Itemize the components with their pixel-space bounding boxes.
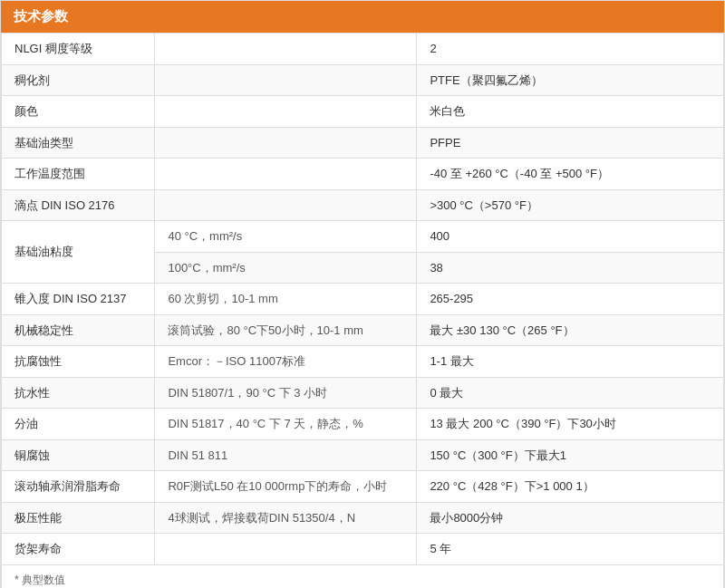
- spec-value: 265-295: [417, 284, 724, 315]
- spec-detail: 60 次剪切，10-1 mm: [155, 284, 417, 315]
- table-row: NLGI 稠度等级2: [2, 34, 724, 65]
- table-row: 抗水性DIN 51807/1，90 °C 下 3 小时0 最大: [2, 377, 724, 409]
- table-row: 分油DIN 51817，40 °C 下 7 天，静态，%13 最大 200 °C…: [2, 409, 724, 440]
- spec-value: PFPE: [417, 127, 724, 159]
- spec-value: 最大 ±30 130 °C（265 °F）: [417, 314, 724, 346]
- spec-value: 400: [417, 221, 724, 253]
- spec-value: 150 °C（300 °F）下最大1: [417, 439, 724, 471]
- spec-detail: DIN 51817，40 °C 下 7 天，静态，%: [155, 409, 417, 440]
- table-row: 工作温度范围-40 至 +260 °C（-40 至 +500 °F）: [2, 159, 724, 190]
- footer-text: * 典型数值: [2, 564, 724, 588]
- spec-label: 机械稳定性: [2, 314, 155, 346]
- spec-label: 锥入度 DIN ISO 2137: [2, 284, 155, 315]
- header-title: 技术参数: [14, 8, 68, 24]
- table-row: 货架寿命5 年: [2, 534, 724, 565]
- spec-detail: DIN 51807/1，90 °C 下 3 小时: [155, 377, 417, 409]
- spec-label: 滴点 DIN ISO 2176: [2, 189, 155, 221]
- spec-detail: [155, 159, 417, 190]
- spec-label: 滚动轴承润滑脂寿命: [2, 471, 155, 503]
- spec-detail: [155, 34, 417, 65]
- spec-value: 0 最大: [417, 377, 724, 409]
- table-row: 颜色米白色: [2, 96, 724, 128]
- tech-specs-container: 技术参数 NLGI 稠度等级2稠化剂PTFE（聚四氟乙烯）颜色米白色基础油类型P…: [0, 0, 725, 588]
- table-row: 滴点 DIN ISO 2176>300 °C（>570 °F）: [2, 189, 724, 221]
- spec-detail: [155, 96, 417, 128]
- spec-detail: Emcor：－ISO 11007标准: [155, 346, 417, 378]
- spec-detail: 100°C，mm²/s: [155, 252, 417, 284]
- table-row: 锥入度 DIN ISO 213760 次剪切，10-1 mm265-295: [2, 284, 724, 315]
- section-header: 技术参数: [1, 1, 724, 33]
- spec-label: 稠化剂: [2, 64, 155, 96]
- table-row: 抗腐蚀性Emcor：－ISO 11007标准1-1 最大: [2, 346, 724, 378]
- table-row: 基础油类型PFPE: [2, 127, 724, 159]
- table-row: 滚动轴承润滑脂寿命R0F测试L50 在10 000rmp下的寿命，小时220 °…: [2, 471, 724, 503]
- spec-detail: [155, 534, 417, 565]
- spec-value: 1-1 最大: [417, 346, 724, 378]
- spec-label: 基础油类型: [2, 127, 155, 159]
- table-row: 机械稳定性滚筒试验，80 °C下50小时，10-1 mm最大 ±30 130 °…: [2, 314, 724, 346]
- spec-detail: [155, 64, 417, 96]
- spec-label: 极压性能: [2, 502, 155, 534]
- spec-label: 货架寿命: [2, 534, 155, 565]
- spec-value: 220 °C（428 °F）下>1 000 1）: [417, 471, 724, 503]
- spec-label: 颜色: [2, 96, 155, 128]
- spec-label: 工作温度范围: [2, 159, 155, 190]
- spec-label: 分油: [2, 409, 155, 440]
- table-row: 稠化剂PTFE（聚四氟乙烯）: [2, 64, 724, 96]
- spec-value: 最小8000分钟: [417, 502, 724, 534]
- table-row: 极压性能4球测试，焊接载荷DIN 51350/4，N最小8000分钟: [2, 502, 724, 534]
- spec-value: >300 °C（>570 °F）: [417, 189, 724, 221]
- specs-table: NLGI 稠度等级2稠化剂PTFE（聚四氟乙烯）颜色米白色基础油类型PFPE工作…: [1, 33, 724, 588]
- spec-value: 13 最大 200 °C（390 °F）下30小时: [417, 409, 724, 440]
- spec-label: NLGI 稠度等级: [2, 34, 155, 65]
- spec-detail: 4球测试，焊接载荷DIN 51350/4，N: [155, 502, 417, 534]
- table-row: 铜腐蚀DIN 51 811150 °C（300 °F）下最大1: [2, 439, 724, 471]
- footer-row: * 典型数值: [2, 564, 724, 588]
- spec-label: 基础油粘度: [2, 221, 155, 284]
- spec-detail: R0F测试L50 在10 000rmp下的寿命，小时: [155, 471, 417, 503]
- spec-label: 抗腐蚀性: [2, 346, 155, 378]
- spec-label: 铜腐蚀: [2, 439, 155, 471]
- spec-label: 抗水性: [2, 377, 155, 409]
- spec-detail: [155, 189, 417, 221]
- spec-value: 米白色: [417, 96, 724, 128]
- spec-value: PTFE（聚四氟乙烯）: [417, 64, 724, 96]
- spec-value: 2: [417, 34, 724, 65]
- table-row: 基础油粘度40 °C，mm²/s400: [2, 221, 724, 253]
- spec-detail: 40 °C，mm²/s: [155, 221, 417, 253]
- spec-value: 38: [417, 252, 724, 284]
- spec-value: -40 至 +260 °C（-40 至 +500 °F）: [417, 159, 724, 190]
- spec-detail: DIN 51 811: [155, 439, 417, 471]
- spec-detail: 滚筒试验，80 °C下50小时，10-1 mm: [155, 314, 417, 346]
- spec-detail: [155, 127, 417, 159]
- spec-value: 5 年: [417, 534, 724, 565]
